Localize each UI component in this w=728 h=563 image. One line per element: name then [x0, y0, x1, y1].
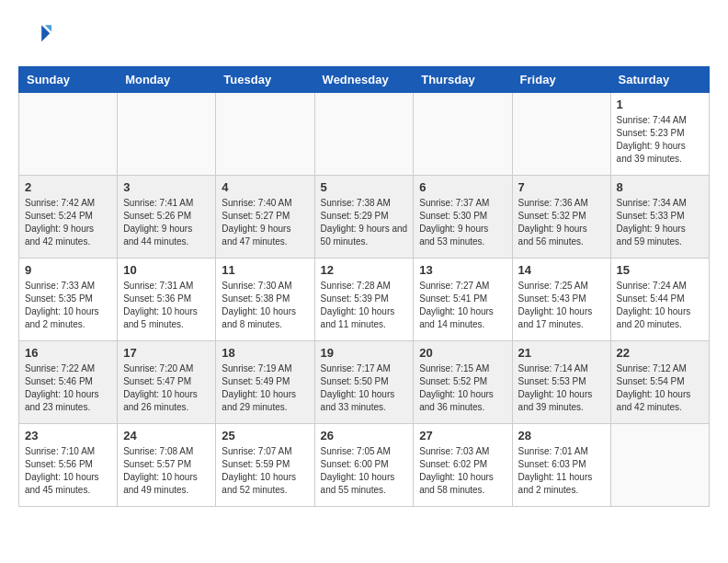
calendar-day-cell: 2Sunrise: 7:42 AM Sunset: 5:24 PM Daylig… [19, 176, 118, 259]
calendar-header-wednesday: Wednesday [314, 67, 414, 93]
calendar-day-cell: 25Sunrise: 7:07 AM Sunset: 5:59 PM Dayli… [216, 424, 314, 507]
day-info: Sunrise: 7:38 AM Sunset: 5:29 PM Dayligh… [321, 197, 408, 248]
page-header [18, 18, 710, 52]
day-number: 7 [518, 180, 605, 194]
day-info: Sunrise: 7:36 AM Sunset: 5:32 PM Dayligh… [518, 197, 605, 248]
day-info: Sunrise: 7:15 AM Sunset: 5:52 PM Dayligh… [419, 362, 506, 414]
calendar-day-cell: 24Sunrise: 7:08 AM Sunset: 5:57 PM Dayli… [118, 424, 216, 507]
day-info: Sunrise: 7:12 AM Sunset: 5:54 PM Dayligh… [617, 362, 703, 414]
day-info: Sunrise: 7:10 AM Sunset: 5:56 PM Dayligh… [25, 445, 111, 497]
day-number: 8 [617, 180, 703, 194]
calendar-week-row: 1Sunrise: 7:44 AM Sunset: 5:23 PM Daylig… [19, 93, 710, 176]
calendar-week-row: 2Sunrise: 7:42 AM Sunset: 5:24 PM Daylig… [19, 176, 710, 259]
day-number: 22 [617, 346, 703, 360]
day-number: 13 [419, 263, 506, 277]
day-number: 25 [222, 429, 308, 442]
day-info: Sunrise: 7:40 AM Sunset: 5:27 PM Dayligh… [222, 197, 308, 248]
calendar-day-cell [610, 424, 709, 507]
calendar-day-cell: 16Sunrise: 7:22 AM Sunset: 5:46 PM Dayli… [19, 341, 118, 424]
day-number: 24 [123, 429, 210, 442]
calendar-day-cell: 17Sunrise: 7:20 AM Sunset: 5:47 PM Dayli… [118, 341, 216, 424]
calendar-day-cell: 4Sunrise: 7:40 AM Sunset: 5:27 PM Daylig… [216, 176, 314, 259]
calendar-week-row: 23Sunrise: 7:10 AM Sunset: 5:56 PM Dayli… [19, 424, 710, 507]
day-info: Sunrise: 7:37 AM Sunset: 5:30 PM Dayligh… [419, 197, 506, 248]
calendar-day-cell: 28Sunrise: 7:01 AM Sunset: 6:03 PM Dayli… [512, 424, 610, 507]
day-number: 16 [25, 346, 111, 360]
day-info: Sunrise: 7:31 AM Sunset: 5:36 PM Dayligh… [123, 280, 210, 331]
calendar-day-cell: 19Sunrise: 7:17 AM Sunset: 5:50 PM Dayli… [314, 341, 414, 424]
day-number: 9 [25, 263, 111, 277]
calendar-day-cell: 20Sunrise: 7:15 AM Sunset: 5:52 PM Dayli… [414, 341, 512, 424]
day-number: 14 [518, 263, 605, 277]
calendar-day-cell: 14Sunrise: 7:25 AM Sunset: 5:43 PM Dayli… [512, 259, 610, 341]
calendar-day-cell: 8Sunrise: 7:34 AM Sunset: 5:33 PM Daylig… [610, 176, 709, 259]
day-number: 28 [518, 429, 605, 442]
day-info: Sunrise: 7:14 AM Sunset: 5:53 PM Dayligh… [518, 362, 605, 414]
calendar-day-cell: 12Sunrise: 7:28 AM Sunset: 5:39 PM Dayli… [314, 259, 414, 341]
day-info: Sunrise: 7:08 AM Sunset: 5:57 PM Dayligh… [123, 445, 210, 497]
day-info: Sunrise: 7:27 AM Sunset: 5:41 PM Dayligh… [419, 280, 506, 331]
day-number: 19 [321, 346, 408, 360]
calendar-header-tuesday: Tuesday [216, 67, 314, 93]
calendar-day-cell: 18Sunrise: 7:19 AM Sunset: 5:49 PM Dayli… [216, 341, 314, 424]
calendar-day-cell: 9Sunrise: 7:33 AM Sunset: 5:35 PM Daylig… [19, 259, 118, 341]
day-number: 6 [419, 180, 506, 194]
calendar-day-cell [512, 93, 610, 176]
day-number: 5 [321, 180, 408, 194]
day-number: 10 [123, 263, 210, 277]
day-number: 27 [419, 429, 506, 442]
calendar-header-monday: Monday [118, 67, 216, 93]
logo-icon [18, 18, 51, 52]
calendar-day-cell: 21Sunrise: 7:14 AM Sunset: 5:53 PM Dayli… [512, 341, 610, 424]
calendar-day-cell: 7Sunrise: 7:36 AM Sunset: 5:32 PM Daylig… [512, 176, 610, 259]
logo [18, 18, 55, 52]
day-number: 21 [518, 346, 605, 360]
day-info: Sunrise: 7:01 AM Sunset: 6:03 PM Dayligh… [518, 445, 605, 497]
calendar-day-cell: 3Sunrise: 7:41 AM Sunset: 5:26 PM Daylig… [118, 176, 216, 259]
calendar-day-cell: 26Sunrise: 7:05 AM Sunset: 6:00 PM Dayli… [314, 424, 414, 507]
calendar-day-cell [118, 93, 216, 176]
calendar-header-saturday: Saturday [610, 67, 709, 93]
day-info: Sunrise: 7:03 AM Sunset: 6:02 PM Dayligh… [419, 445, 506, 497]
calendar-week-row: 16Sunrise: 7:22 AM Sunset: 5:46 PM Dayli… [19, 341, 710, 424]
calendar-day-cell: 1Sunrise: 7:44 AM Sunset: 5:23 PM Daylig… [610, 93, 709, 176]
day-info: Sunrise: 7:41 AM Sunset: 5:26 PM Dayligh… [123, 197, 210, 248]
calendar-day-cell [19, 93, 118, 176]
day-info: Sunrise: 7:25 AM Sunset: 5:43 PM Dayligh… [518, 280, 605, 331]
day-info: Sunrise: 7:17 AM Sunset: 5:50 PM Dayligh… [321, 362, 408, 414]
calendar-table: SundayMondayTuesdayWednesdayThursdayFrid… [18, 66, 710, 507]
calendar-header-sunday: Sunday [19, 67, 118, 93]
day-number: 1 [617, 98, 703, 111]
calendar-day-cell: 11Sunrise: 7:30 AM Sunset: 5:38 PM Dayli… [216, 259, 314, 341]
day-number: 12 [321, 263, 408, 277]
calendar-header-thursday: Thursday [414, 67, 512, 93]
calendar-day-cell: 10Sunrise: 7:31 AM Sunset: 5:36 PM Dayli… [118, 259, 216, 341]
day-info: Sunrise: 7:07 AM Sunset: 5:59 PM Dayligh… [222, 445, 308, 497]
day-number: 20 [419, 346, 506, 360]
day-number: 3 [123, 180, 210, 194]
calendar-day-cell: 27Sunrise: 7:03 AM Sunset: 6:02 PM Dayli… [414, 424, 512, 507]
calendar-day-cell [216, 93, 314, 176]
calendar-week-row: 9Sunrise: 7:33 AM Sunset: 5:35 PM Daylig… [19, 259, 710, 341]
day-number: 11 [222, 263, 308, 277]
calendar-day-cell: 6Sunrise: 7:37 AM Sunset: 5:30 PM Daylig… [414, 176, 512, 259]
day-info: Sunrise: 7:34 AM Sunset: 5:33 PM Dayligh… [617, 197, 703, 248]
calendar-day-cell [314, 93, 414, 176]
day-info: Sunrise: 7:30 AM Sunset: 5:38 PM Dayligh… [222, 280, 308, 331]
day-number: 23 [25, 429, 111, 442]
day-number: 26 [321, 429, 408, 442]
day-info: Sunrise: 7:22 AM Sunset: 5:46 PM Dayligh… [25, 362, 111, 414]
calendar-day-cell: 5Sunrise: 7:38 AM Sunset: 5:29 PM Daylig… [314, 176, 414, 259]
day-number: 2 [25, 180, 111, 194]
calendar-day-cell: 13Sunrise: 7:27 AM Sunset: 5:41 PM Dayli… [414, 259, 512, 341]
day-info: Sunrise: 7:33 AM Sunset: 5:35 PM Dayligh… [25, 280, 111, 331]
day-info: Sunrise: 7:28 AM Sunset: 5:39 PM Dayligh… [321, 280, 408, 331]
day-info: Sunrise: 7:05 AM Sunset: 6:00 PM Dayligh… [321, 445, 408, 497]
calendar-day-cell: 15Sunrise: 7:24 AM Sunset: 5:44 PM Dayli… [610, 259, 709, 341]
day-number: 17 [123, 346, 210, 360]
day-info: Sunrise: 7:20 AM Sunset: 5:47 PM Dayligh… [123, 362, 210, 414]
day-info: Sunrise: 7:42 AM Sunset: 5:24 PM Dayligh… [25, 197, 111, 248]
day-info: Sunrise: 7:24 AM Sunset: 5:44 PM Dayligh… [617, 280, 703, 331]
day-number: 4 [222, 180, 308, 194]
calendar-day-cell: 23Sunrise: 7:10 AM Sunset: 5:56 PM Dayli… [19, 424, 118, 507]
